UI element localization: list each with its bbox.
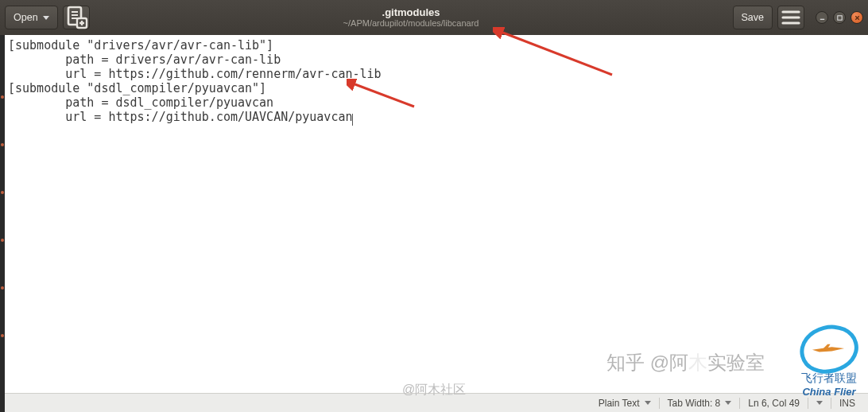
tab-width-selector[interactable]: Tab Width: 8 (660, 394, 740, 412)
document-title: .gitmodules (382, 7, 440, 18)
watermark-center: @阿木社区 (402, 382, 466, 398)
document-path: ~/APM/ardupilot/modules/libcanard (343, 18, 479, 28)
logo-text-en: China Flier (800, 386, 858, 398)
save-button-label: Save (742, 12, 765, 23)
tab-width-label: Tab Width: 8 (668, 398, 721, 409)
new-tab-button[interactable] (63, 6, 90, 29)
editor-content[interactable]: [submodule "drivers/avr/avr-can-lib"] pa… (5, 35, 868, 127)
header-bar: Open .gitmodules ~/APM/ardupilot/modules… (0, 0, 868, 35)
logo-chinaflier: 飞行者联盟 China Flier (800, 325, 858, 398)
text-editor-area[interactable]: [submodule "drivers/avr/avr-can-lib"] pa… (5, 35, 868, 393)
cursor-position: Ln 6, Col 49 (740, 394, 808, 412)
chevron-down-icon (645, 401, 651, 405)
chevron-down-icon (816, 401, 823, 405)
logo-text-cn: 飞行者联盟 (800, 371, 858, 386)
chevron-down-icon (725, 401, 731, 405)
close-icon (854, 14, 861, 21)
open-button-label: Open (14, 12, 38, 23)
svg-line-4 (501, 32, 612, 75)
insert-mode-label: INS (839, 398, 855, 409)
svg-rect-2 (837, 15, 841, 19)
syntax-mode-selector[interactable]: Plain Text (591, 394, 659, 412)
minimize-button[interactable] (816, 11, 828, 24)
chevron-down-icon (43, 16, 49, 20)
open-button[interactable]: Open (5, 6, 58, 29)
airplane-icon (811, 343, 846, 354)
cursor-position-label: Ln 6, Col 49 (748, 398, 800, 409)
hamburger-icon (778, 5, 804, 30)
hamburger-menu-button[interactable] (777, 6, 804, 29)
annotation-arrow-2 (347, 79, 418, 111)
save-button[interactable]: Save (733, 6, 773, 29)
desktop-peek (0, 0, 5, 412)
maximize-button[interactable] (833, 11, 846, 24)
maximize-icon (836, 14, 843, 21)
syntax-mode-label: Plain Text (599, 398, 640, 409)
annotation-arrow-1 (493, 27, 620, 83)
title-area: .gitmodules ~/APM/ardupilot/modules/libc… (95, 7, 728, 28)
window-controls (816, 11, 863, 24)
watermark-zhihu: 知乎 @阿木实验室 (606, 350, 765, 375)
svg-line-3 (353, 84, 414, 107)
minimize-icon (819, 14, 826, 21)
gedit-window: Open .gitmodules ~/APM/ardupilot/modules… (0, 0, 868, 412)
close-button[interactable] (851, 11, 863, 24)
new-document-icon (64, 5, 89, 30)
